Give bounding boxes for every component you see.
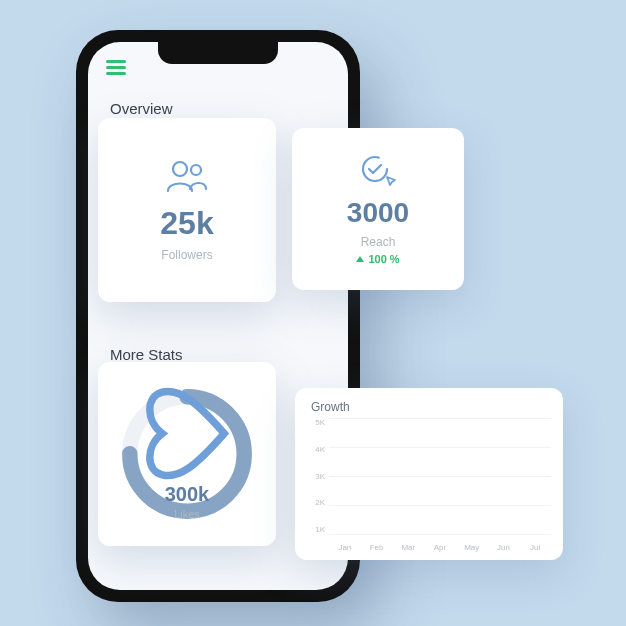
svg-point-1 — [191, 165, 201, 175]
phone-notch — [158, 42, 278, 64]
overview-heading: Overview — [110, 100, 173, 117]
growth-chart — [329, 418, 551, 534]
reach-label: Reach — [361, 235, 396, 249]
y-tick: 5K — [305, 418, 325, 427]
followers-label: Followers — [161, 248, 212, 262]
x-tick: Jul — [519, 543, 551, 552]
likes-ring: 300k Likes — [121, 388, 253, 520]
svg-point-2 — [363, 157, 387, 181]
y-tick: 3K — [305, 472, 325, 481]
followers-value: 25k — [160, 205, 213, 242]
x-tick: Jan — [329, 543, 361, 552]
more-stats-heading: More Stats — [110, 346, 183, 363]
reach-icon — [359, 153, 397, 189]
x-tick: Jun — [488, 543, 520, 552]
up-arrow-icon — [356, 256, 364, 262]
x-tick: May — [456, 543, 488, 552]
likes-label: Likes — [174, 508, 200, 520]
chart-x-axis: JanFebMarAprMayJunJul — [329, 543, 551, 552]
x-tick: Apr — [424, 543, 456, 552]
followers-card[interactable]: 25k Followers — [98, 118, 276, 302]
x-tick: Feb — [361, 543, 393, 552]
reach-delta-value: 100 % — [368, 253, 399, 265]
y-tick: 1K — [305, 525, 325, 534]
reach-value: 3000 — [347, 197, 409, 229]
y-tick: 2K — [305, 498, 325, 507]
y-tick: 4K — [305, 445, 325, 454]
heart-icon — [142, 368, 233, 500]
growth-card[interactable]: Growth 5K4K3K2K1K JanFebMarAprMayJunJul — [295, 388, 563, 560]
growth-title: Growth — [311, 400, 350, 414]
x-tick: Mar — [392, 543, 424, 552]
reach-delta: 100 % — [356, 253, 399, 265]
likes-card[interactable]: 300k Likes — [98, 362, 276, 546]
followers-icon — [166, 159, 208, 193]
reach-card[interactable]: 3000 Reach 100 % — [292, 128, 464, 290]
svg-point-0 — [173, 162, 187, 176]
menu-button[interactable] — [106, 60, 126, 74]
chart-y-axis: 5K4K3K2K1K — [305, 418, 325, 534]
